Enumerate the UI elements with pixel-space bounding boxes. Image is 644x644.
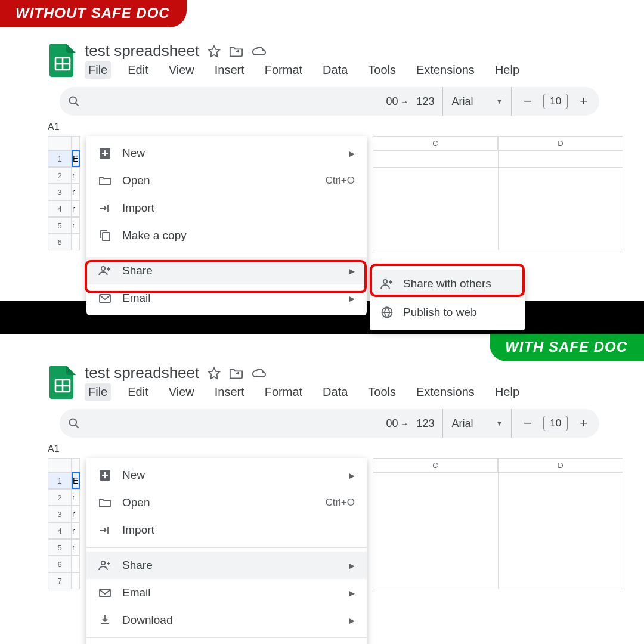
chevron-down-icon[interactable]: ▼ — [496, 419, 503, 428]
search-icon[interactable] — [68, 417, 80, 429]
font-size-decrease[interactable]: − — [520, 416, 535, 431]
font-size-decrease[interactable]: − — [520, 94, 535, 109]
menu-extensions[interactable]: Extensions — [413, 61, 478, 79]
row-header[interactable]: 4 — [48, 522, 72, 539]
mail-icon — [98, 294, 112, 303]
menu-view[interactable]: View — [165, 383, 198, 401]
row-header[interactable]: 2 — [48, 167, 72, 184]
spreadsheet-grid[interactable]: 1E 2r 3r 4r 5r 6 — [48, 136, 80, 250]
decimal-icon[interactable]: 00 — [386, 95, 398, 108]
menu-item-open[interactable]: Open Ctrl+O — [86, 167, 367, 194]
menu-item-email[interactable]: Email ▶ — [86, 284, 367, 312]
decimal-icon[interactable]: 00 — [386, 417, 398, 430]
submenu-item-publish[interactable]: Publish to web — [370, 298, 525, 327]
menu-item-email[interactable]: Email ▶ — [86, 579, 367, 606]
svg-rect-8 — [103, 233, 110, 241]
menu-item-label: Share — [122, 559, 338, 572]
font-family-select[interactable]: Arial — [451, 417, 473, 430]
submenu-arrow-icon: ▶ — [349, 149, 355, 158]
menu-help[interactable]: Help — [491, 383, 523, 401]
menu-data[interactable]: Data — [319, 61, 351, 79]
row-header[interactable]: 4 — [48, 200, 72, 217]
column-header-c[interactable]: C — [373, 458, 498, 472]
menu-item-new[interactable]: New ▶ — [86, 462, 367, 489]
row-header[interactable]: 6 — [48, 234, 72, 250]
menu-insert[interactable]: Insert — [211, 383, 248, 401]
submenu-arrow-icon: ▶ — [349, 589, 355, 597]
app-header: test spreadsheet File Edit View Insert F… — [48, 364, 644, 401]
cloud-status-icon[interactable] — [252, 367, 267, 379]
row-header[interactable]: 7 — [48, 572, 72, 589]
menu-item-import[interactable]: Import — [86, 516, 367, 544]
row-header[interactable]: 1 — [48, 150, 72, 167]
menu-edit[interactable]: Edit — [124, 383, 151, 401]
cell-reference[interactable]: A1 — [48, 444, 644, 454]
toolbar: 00 → 123 Arial ▼ − 10 + — [60, 87, 599, 116]
menu-item-import[interactable]: Import — [86, 194, 367, 222]
menubar: File Edit View Insert Format Data Tools … — [85, 383, 523, 401]
menu-file[interactable]: File — [85, 61, 111, 79]
move-icon[interactable] — [229, 367, 243, 380]
menu-item-download[interactable]: Download ▶ — [86, 606, 367, 634]
menu-item-share[interactable]: Share ▶ — [86, 552, 367, 579]
row-header[interactable]: 3 — [48, 184, 72, 200]
column-header-c[interactable]: C — [373, 136, 498, 150]
menu-item-label: New — [122, 469, 338, 482]
submenu-item-label: Share with others — [403, 277, 491, 290]
row-header[interactable]: 6 — [48, 556, 72, 572]
font-size-input[interactable]: 10 — [543, 94, 568, 109]
submenu-arrow-icon: ▶ — [349, 616, 355, 625]
row-header[interactable]: 5 — [48, 539, 72, 556]
file-menu-dropdown: New ▶ Open Ctrl+O Import Make a copy — [86, 136, 367, 315]
cell-reference[interactable]: A1 — [48, 122, 644, 132]
menu-item-new[interactable]: New ▶ — [86, 140, 367, 167]
menu-format[interactable]: Format — [261, 383, 306, 401]
menu-view[interactable]: View — [165, 61, 198, 79]
font-size-increase[interactable]: + — [576, 416, 591, 431]
submenu-arrow-icon: ▶ — [349, 561, 355, 570]
chevron-down-icon[interactable]: ▼ — [496, 97, 503, 106]
menu-item-share[interactable]: Share ▶ — [86, 257, 367, 284]
menu-item-label: Make a copy — [122, 229, 355, 242]
toolbar: 00 → 123 Arial ▼ − 10 + — [60, 409, 599, 438]
menu-tools[interactable]: Tools — [364, 383, 400, 401]
menu-item-rename[interactable]: Rename — [86, 642, 367, 644]
column-header-d[interactable]: D — [498, 136, 623, 150]
row-header[interactable]: 2 — [48, 489, 72, 506]
row-header[interactable]: 5 — [48, 217, 72, 234]
menu-item-shortcut: Ctrl+O — [325, 497, 355, 509]
number-format-button[interactable]: 123 — [416, 417, 434, 430]
menu-data[interactable]: Data — [319, 383, 351, 401]
menu-item-open[interactable]: Open Ctrl+O — [86, 489, 367, 516]
globe-icon — [380, 306, 394, 318]
menu-insert[interactable]: Insert — [211, 61, 248, 79]
document-title[interactable]: test spreadsheet — [85, 364, 199, 382]
sheets-logo-icon — [48, 42, 78, 78]
number-format-button[interactable]: 123 — [416, 95, 434, 108]
star-icon[interactable] — [208, 367, 221, 380]
submenu-arrow-icon: ▶ — [349, 471, 355, 480]
menu-help[interactable]: Help — [491, 61, 523, 79]
font-size-input[interactable]: 10 — [543, 416, 568, 431]
import-icon — [98, 525, 112, 535]
submenu-item-share-with-others[interactable]: Share with others — [370, 270, 525, 298]
menu-file[interactable]: File — [85, 383, 111, 401]
menu-format[interactable]: Format — [261, 61, 306, 79]
menu-tools[interactable]: Tools — [364, 61, 400, 79]
column-header-d[interactable]: D — [498, 458, 623, 472]
menu-edit[interactable]: Edit — [124, 61, 151, 79]
star-icon[interactable] — [208, 45, 221, 58]
font-family-select[interactable]: Arial — [451, 95, 473, 108]
svg-point-21 — [101, 561, 105, 565]
menubar: File Edit View Insert Format Data Tools … — [85, 61, 523, 79]
spreadsheet-grid[interactable]: 1E 2r 3r 4r 5r 6 7 — [48, 458, 80, 589]
move-icon[interactable] — [229, 45, 243, 58]
menu-item-make-copy[interactable]: Make a copy — [86, 222, 367, 249]
menu-extensions[interactable]: Extensions — [413, 383, 478, 401]
document-title[interactable]: test spreadsheet — [85, 42, 199, 60]
cloud-status-icon[interactable] — [252, 45, 267, 57]
row-header[interactable]: 1 — [48, 472, 72, 489]
search-icon[interactable] — [68, 95, 80, 107]
row-header[interactable]: 3 — [48, 506, 72, 522]
font-size-increase[interactable]: + — [576, 94, 591, 109]
